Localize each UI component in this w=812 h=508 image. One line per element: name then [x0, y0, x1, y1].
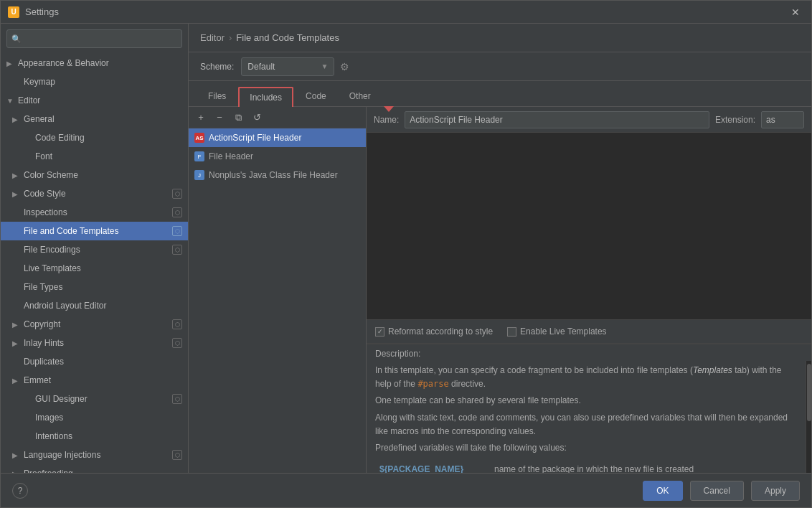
copy-button[interactable]: ⧉ — [230, 110, 246, 126]
file-item-header[interactable]: F File Header — [189, 147, 366, 166]
description-scrollbar[interactable] — [806, 361, 811, 473]
breadcrumb: Editor › File and Code Templates — [189, 24, 811, 52]
arrow-icon: ▼ — [6, 97, 18, 105]
table-row: ${PACKAGE_NAME} name of the package in w… — [375, 461, 797, 473]
sidebar-item-font[interactable]: Font — [1, 147, 188, 166]
right-panel: Editor › File and Code Templates Scheme:… — [189, 24, 811, 473]
sidebar-item-android-layout-editor[interactable]: Android Layout Editor — [1, 296, 188, 315]
add-button[interactable]: + — [193, 110, 209, 126]
scheme-label: Scheme: — [200, 62, 234, 72]
badge-icon: ⬡ — [172, 450, 182, 460]
sidebar-item-gui-designer[interactable]: GUI Designer ⬡ — [1, 390, 188, 408]
badge-icon: ⬡ — [172, 189, 182, 199]
checkbox-icon: ✓ — [375, 327, 384, 337]
tabs-row: Files Includes Code Other — [189, 81, 811, 107]
arrow-icon: ▶ — [12, 190, 24, 198]
help-button[interactable]: ? — [12, 483, 28, 499]
tab-code[interactable]: Code — [295, 86, 337, 106]
sidebar-item-proofreading[interactable]: ▶ Proofreading — [1, 464, 188, 473]
tab-includes[interactable]: Includes — [238, 87, 293, 107]
reset-button[interactable]: ↺ — [249, 110, 265, 126]
apply-button[interactable]: Apply — [751, 481, 800, 501]
sidebar-item-live-templates[interactable]: Live Templates — [1, 259, 188, 278]
sidebar-item-duplicates[interactable]: Duplicates — [1, 352, 188, 371]
file-icon-java: J — [194, 170, 204, 180]
sidebar-item-appearance[interactable]: ▶ Appearance & Behavior — [1, 54, 188, 72]
file-item-java-class[interactable]: J Nonplus's Java Class File Header — [189, 166, 366, 184]
scheme-row: Scheme: Default ▼ ⚙ — [189, 52, 811, 81]
desc-para-3: Along with static text, code and comment… — [375, 411, 797, 438]
checkbox-icon — [507, 327, 516, 337]
description-panel: Description: In this template, you can s… — [367, 344, 811, 473]
badge-icon: ⬡ — [172, 319, 182, 329]
sidebar-item-emmet[interactable]: ▶ Emmet — [1, 371, 188, 390]
gear-icon[interactable]: ⚙ — [340, 61, 349, 72]
sidebar-item-images[interactable]: Images — [1, 408, 188, 427]
name-input[interactable] — [405, 111, 709, 128]
search-box[interactable]: 🔍 — [6, 29, 182, 48]
sidebar-item-editor[interactable]: ▼ Editor — [1, 91, 188, 110]
sidebar-item-intentions[interactable]: Intentions — [1, 427, 188, 446]
scroll-thumb — [807, 364, 811, 421]
search-icon: 🔍 — [11, 34, 22, 44]
search-input[interactable] — [24, 34, 177, 44]
live-templates-checkbox[interactable]: Enable Live Templates — [507, 326, 607, 337]
arrow-icon: ▶ — [12, 377, 24, 385]
arrow-icon: ▶ — [6, 60, 18, 67]
sidebar-item-file-code-templates[interactable]: File and Code Templates ⬡ — [1, 222, 188, 240]
badge-icon: ⬡ — [172, 245, 182, 255]
name-label: Name: — [374, 115, 399, 125]
code-editor[interactable] — [367, 133, 811, 319]
sidebar-item-keymap[interactable]: Keymap — [1, 72, 188, 91]
bottom-left: ? — [12, 483, 28, 499]
bottom-bar: ? OK Cancel Apply — [1, 473, 811, 507]
badge-icon: ⬡ — [172, 226, 182, 236]
sidebar-item-inspections[interactable]: Inspections ⬡ — [1, 203, 188, 222]
tab-indicator-arrow — [384, 106, 394, 112]
extension-input[interactable] — [761, 111, 804, 128]
description-label: Description: — [367, 344, 811, 361]
desc-wrapper: In this template, you can specify a code… — [367, 361, 811, 473]
desc-para-4: Predefined variables will take the follo… — [375, 441, 797, 455]
live-templates-label: Enable Live Templates — [520, 326, 607, 337]
breadcrumb-parent: Editor — [200, 32, 225, 43]
ok-button[interactable]: OK — [643, 481, 682, 501]
main-content: 🔍 ▶ Appearance & Behavior Keymap ▼ Edito… — [1, 24, 811, 473]
edit-panel: Name: Extension: ✓ Reformat according to… — [367, 107, 811, 473]
chevron-down-icon: ▼ — [321, 62, 328, 70]
sidebar-item-color-scheme[interactable]: ▶ Color Scheme — [1, 166, 188, 184]
sidebar-item-general[interactable]: ▶ General — [1, 110, 188, 128]
badge-icon: ⬡ — [172, 394, 182, 404]
var-name-1: ${PACKAGE_NAME} — [375, 461, 490, 473]
sidebar-item-file-encodings[interactable]: File Encodings ⬡ — [1, 240, 188, 259]
badge-icon: ⬡ — [172, 207, 182, 217]
app-icon: U — [8, 6, 19, 18]
sidebar-item-copyright[interactable]: ▶ Copyright ⬡ — [1, 315, 188, 334]
sidebar-item-language-injections[interactable]: ▶ Language Injections ⬡ — [1, 446, 188, 464]
sidebar-item-code-editing[interactable]: Code Editing — [1, 128, 188, 147]
sidebar-item-inlay-hints[interactable]: ▶ Inlay Hints ⬡ — [1, 334, 188, 352]
sidebar-item-file-types[interactable]: File Types — [1, 278, 188, 296]
arrow-icon: ▶ — [12, 171, 24, 179]
arrow-icon: ▶ — [12, 116, 24, 123]
remove-button[interactable]: − — [212, 110, 227, 126]
includes-panel: + − ⧉ ↺ AS — [189, 107, 811, 473]
breadcrumb-current: File and Code Templates — [236, 32, 339, 43]
breadcrumb-separator: › — [229, 32, 232, 43]
file-list: AS ActionScript File Header F File Heade… — [189, 128, 366, 473]
badge-icon: ⬡ — [172, 338, 182, 348]
reformat-label: Reformat according to style — [388, 326, 493, 337]
tab-other[interactable]: Other — [339, 86, 382, 106]
arrow-icon: ▶ — [12, 339, 24, 347]
tab-files[interactable]: Files — [197, 86, 237, 106]
file-item-actionscript[interactable]: AS ActionScript File Header — [189, 128, 366, 147]
sidebar-item-code-style[interactable]: ▶ Code Style ⬡ — [1, 184, 188, 203]
settings-window: U Settings ✕ 🔍 ▶ Appearance & Behavior K… — [0, 0, 812, 508]
cancel-button[interactable]: Cancel — [690, 481, 744, 501]
close-button[interactable]: ✕ — [787, 5, 804, 19]
arrow-icon: ▶ — [12, 321, 24, 329]
desc-para-1: In this template, you can specify a code… — [375, 364, 797, 391]
sidebar: 🔍 ▶ Appearance & Behavior Keymap ▼ Edito… — [1, 24, 189, 473]
reformat-checkbox[interactable]: ✓ Reformat according to style — [375, 326, 493, 337]
scheme-dropdown[interactable]: Default ▼ — [241, 57, 334, 76]
